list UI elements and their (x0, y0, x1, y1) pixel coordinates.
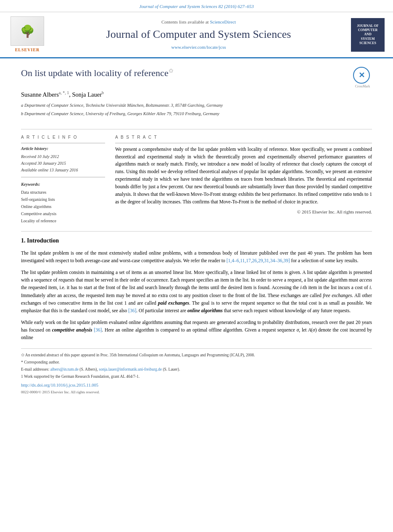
available-date: Available online 13 January 2016 (21, 167, 105, 174)
tree-icon: 🌳 (20, 23, 35, 40)
footnote-note1: 1 Work supported by the German Research … (21, 374, 372, 379)
footnote-star1: ✩ An extended abstract of this paper app… (21, 352, 372, 358)
title-star: ✩ (169, 68, 174, 74)
keywords-list: Data structures Self-organizing lists On… (21, 189, 105, 224)
top-bar: Journal of Computer and System Sciences … (0, 0, 393, 12)
journal-logo-text: JOURNAL OF COMPUTER AND SYSTEM SCIENCES (357, 24, 378, 46)
elsevier-logo-image: 🌳 (11, 16, 44, 46)
authors-line: Susanne Albersa, *, 1, Sonja Lauerb (21, 90, 372, 99)
paper-title-section: On list update with locality of referenc… (21, 67, 372, 123)
journal-url-link[interactable]: www.elsevier.com/locate/jcss (171, 45, 226, 50)
introduction-section: 1. Introduction The list update problem … (21, 237, 372, 341)
keyword-3: Online algorithms (21, 203, 105, 210)
abstract-text: We present a comprehensive study of the … (115, 146, 372, 206)
keyword-2: Self-organizing lists (21, 196, 105, 203)
section-1-title: 1. Introduction (21, 237, 372, 245)
contents-line: Contents lists available at ScienceDirec… (50, 19, 347, 25)
divider-2 (21, 231, 372, 232)
elsevier-logo-section: 🌳 ELSEVIER (8, 16, 46, 53)
article-info-divider (21, 143, 105, 143)
issn-line: 0022-0000/© 2015 Elsevier Inc. All right… (21, 390, 372, 395)
affiliation-b: b Department of Computer Science, Univer… (21, 111, 372, 117)
crossmark-logo: ✕ CrossMark (353, 67, 372, 86)
ref-link-3[interactable]: [36] (94, 327, 102, 332)
email-link-2[interactable]: sonja.lauer@informatik.uni-freiburg.de (99, 367, 162, 371)
crossmark-circle: ✕ (353, 67, 370, 84)
footnote-section: ✩ An extended abstract of this paper app… (21, 348, 372, 395)
keywords-label: Keywords: (21, 182, 105, 188)
journal-reference: Journal of Computer and System Sciences … (139, 4, 254, 9)
abstract-column: A B S T R A C T We present a comprehensi… (115, 134, 372, 224)
journal-header: 🌳 ELSEVIER Contents lists available at S… (0, 12, 393, 58)
copyright-line: © 2015 Elsevier Inc. All rights reserved… (115, 209, 372, 215)
sciencedirect-link[interactable]: ScienceDirect (210, 19, 236, 24)
abstract-header: A B S T R A C T (115, 134, 372, 140)
footnote-star2: * Corresponding author. (21, 359, 372, 365)
journal-url: www.elsevier.com/locate/jcss (50, 44, 347, 50)
abstract-divider (115, 143, 372, 143)
footnote-emails: E-mail addresses: albers@in.tum.de (S. A… (21, 366, 372, 372)
article-info-header: A R T I C L E I N F O (21, 134, 105, 140)
journal-title-header: Journal of Computer and System Sciences (50, 27, 347, 42)
paper-title-container: On list update with locality of referenc… (21, 67, 372, 86)
received-date: Received 10 July 2012 (21, 153, 105, 160)
intro-para-3: While early work on the list update prob… (21, 319, 372, 341)
accepted-date: Accepted 30 January 2015 (21, 160, 105, 167)
paper-title: On list update with locality of referenc… (21, 67, 350, 80)
keyword-4: Competitive analysis (21, 210, 105, 217)
divider-1 (21, 129, 372, 129)
article-history-label: Article history: (21, 146, 105, 152)
main-content: On list update with locality of referenc… (0, 58, 393, 403)
crossmark-label: CrossMark (353, 84, 372, 89)
journal-center: Contents lists available at ScienceDirec… (50, 19, 347, 50)
journal-logo-right: JOURNAL OF COMPUTER AND SYSTEM SCIENCES (351, 18, 385, 52)
intro-para-2: The list update problem consists in main… (21, 269, 372, 314)
email-link-1[interactable]: albers@in.tum.de (50, 367, 79, 371)
keyword-1: Data structures (21, 189, 105, 196)
intro-para-1: The list update problem is one of the mo… (21, 249, 372, 264)
keywords-divider (21, 177, 105, 177)
ref-link-2[interactable]: [36] (128, 308, 136, 313)
author2-sup: b (102, 90, 104, 95)
article-abstract-section: A R T I C L E I N F O Article history: R… (21, 134, 372, 224)
elsevier-wordmark: ELSEVIER (15, 47, 40, 53)
keyword-5: Locality of reference (21, 217, 105, 224)
ref-link-1[interactable]: [1,4–6,11,17,26,29,31,34–36,39] (227, 258, 290, 263)
article-info-column: A R T I C L E I N F O Article history: R… (21, 134, 105, 224)
doi-link[interactable]: http://dx.doi.org/10.1016/j.jcss.2015.11… (21, 382, 372, 389)
author1-name: Susanne Albers (21, 91, 59, 98)
author1-sup: a, *, 1 (59, 90, 69, 95)
affiliation-a: a Department of Computer Science, Techni… (21, 102, 372, 109)
